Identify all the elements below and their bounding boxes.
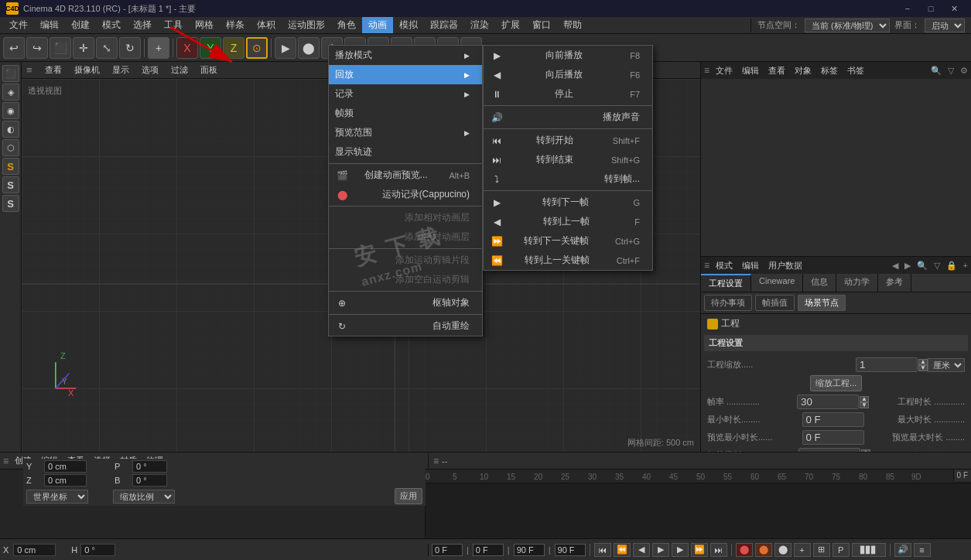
menu-edit[interactable]: 编辑 xyxy=(34,17,65,33)
attr-edit[interactable]: 编辑 xyxy=(739,259,762,272)
dd-next-key[interactable]: ⏩ 转到下一关键帧 Ctrl+G xyxy=(484,231,652,251)
tab-ref[interactable]: 参考 xyxy=(878,274,911,292)
h-input[interactable] xyxy=(80,544,115,556)
om-file[interactable]: 文件 xyxy=(713,64,736,77)
subtab-interp[interactable]: 帧插值 xyxy=(755,295,795,311)
play-btn[interactable]: ▶ xyxy=(652,543,669,557)
filter-icon[interactable]: ▽ xyxy=(948,66,954,76)
om-tag[interactable]: 标签 xyxy=(818,64,841,77)
rec-btn6[interactable]: P xyxy=(833,543,850,557)
prop-scale-input[interactable] xyxy=(856,357,918,372)
attr-filter-icon[interactable]: ▽ xyxy=(934,261,940,271)
apply-button[interactable]: 应用 xyxy=(395,488,422,504)
menu-window[interactable]: 窗口 xyxy=(526,17,557,33)
vt-display[interactable]: 摄像机 xyxy=(71,63,103,77)
dd-show-track[interactable]: 显示轨迹 xyxy=(329,142,482,162)
x-input[interactable] xyxy=(13,544,56,556)
om-object[interactable]: 对象 xyxy=(792,64,815,77)
render-view-button[interactable]: ⬤ xyxy=(298,37,320,59)
vt-camera[interactable]: 查看 xyxy=(42,63,65,77)
rec-btn3[interactable]: ⬤ xyxy=(774,543,792,557)
dd-prev-key[interactable]: ⏪ 转到上一关键帧 Ctrl+F xyxy=(484,251,652,270)
start-frame-input[interactable] xyxy=(432,544,463,556)
rec-btn7[interactable]: ▊▊▊ xyxy=(852,543,886,557)
mat-hamburger[interactable]: ≡ xyxy=(3,456,9,466)
dd-next-frame[interactable]: ▶ 转到下一帧 G xyxy=(484,193,652,212)
vt-show[interactable]: 显示 xyxy=(109,63,132,77)
attr-userdata[interactable]: 用户数据 xyxy=(765,259,805,272)
scale-button[interactable]: ⤡ xyxy=(96,37,118,59)
rec-btn1[interactable]: ⬤ xyxy=(736,543,753,557)
dd-prev-frame[interactable]: ◀ 转到上一帧 F xyxy=(484,212,652,231)
attr-mode[interactable]: 模式 xyxy=(713,259,736,272)
coord-system-select[interactable]: 世界坐标 xyxy=(26,490,88,504)
sidebar-icon-2[interactable]: ◈ xyxy=(2,84,19,101)
scale-unit-select[interactable]: 厘米 xyxy=(928,358,965,372)
move-button[interactable]: ✛ xyxy=(73,37,94,59)
end-frame-input[interactable] xyxy=(514,544,545,556)
om-bookmark[interactable]: 书签 xyxy=(844,64,867,77)
z-input[interactable] xyxy=(44,474,87,487)
undo-button[interactable]: ↩ xyxy=(3,37,25,59)
rec-btn5[interactable]: ⊞ xyxy=(813,543,830,557)
menu-help[interactable]: 帮助 xyxy=(557,17,588,33)
prop-lod-input[interactable] xyxy=(798,448,860,452)
prop-mintime-input[interactable] xyxy=(802,412,864,427)
sidebar-icon-5[interactable]: ⬡ xyxy=(2,139,19,156)
prev-key-btn[interactable]: ⏪ xyxy=(614,543,631,557)
dd-playmode[interactable]: 播放模式 xyxy=(329,46,482,65)
b-input[interactable] xyxy=(132,474,167,487)
menu-track[interactable]: 跟踪器 xyxy=(424,17,464,33)
rec-btn4[interactable]: + xyxy=(794,543,811,557)
attr-add-icon[interactable]: + xyxy=(963,261,968,270)
maximize-button[interactable]: □ xyxy=(920,1,942,16)
dd-play-fwd[interactable]: ▶ 向前播放 F8 xyxy=(484,46,652,65)
dd-create-preview[interactable]: 🎬 创建动画预览... Alt+B xyxy=(329,166,482,185)
dd-pivot[interactable]: ⊕ 枢轴对象 xyxy=(329,293,482,312)
attr-search-icon[interactable]: 🔍 xyxy=(917,261,928,271)
sidebar-icon-s2[interactable]: S xyxy=(2,176,19,193)
preview-end-input[interactable] xyxy=(555,544,586,556)
live-select-button[interactable]: ⬛ xyxy=(50,37,71,59)
hamburger-icon[interactable]: ≡ xyxy=(26,64,32,76)
sound-btn[interactable]: 🔊 xyxy=(894,543,911,557)
attr-nav-fwd[interactable]: ▶ xyxy=(904,261,911,271)
prop-previewmin-input[interactable] xyxy=(802,430,864,445)
scale-dn-btn[interactable]: ▼ xyxy=(918,365,928,371)
dd-play-bwd[interactable]: ◀ 向后播放 F6 xyxy=(484,65,652,84)
vt-option[interactable]: 选项 xyxy=(138,63,162,77)
tab-cineware[interactable]: Cineware xyxy=(751,274,803,292)
subtab-scene[interactable]: 场景节点 xyxy=(798,295,846,311)
dd-goto-start[interactable]: ⏮ 转到开始 Shift+F xyxy=(484,131,652,150)
menu-render[interactable]: 渲染 xyxy=(464,17,495,33)
dd-motion-record[interactable]: ⬤ 运动记录(Cappucino) xyxy=(329,185,482,204)
rotate-button[interactable]: ↻ xyxy=(119,37,141,59)
menu-volume[interactable]: 体积 xyxy=(251,17,282,33)
lod-up-btn[interactable]: ▲ xyxy=(861,449,870,452)
attr-hamburger[interactable]: ≡ xyxy=(704,260,709,271)
y-input[interactable] xyxy=(44,460,87,473)
menu-mode[interactable]: 模式 xyxy=(96,17,127,33)
om-edit[interactable]: 编辑 xyxy=(739,64,762,77)
menu-select[interactable]: 选择 xyxy=(127,17,158,33)
menu-mograph[interactable]: 运动图形 xyxy=(282,17,331,33)
dd-auto-redraw[interactable]: ↻ 自动重绘 xyxy=(329,316,482,336)
tab-info[interactable]: 信息 xyxy=(803,274,836,292)
lod-spinner[interactable]: ▲ ▼ xyxy=(861,449,870,452)
goto-start-btn[interactable]: ⏮ xyxy=(594,543,611,557)
attr-lock-icon[interactable]: 🔒 xyxy=(946,261,957,271)
sidebar-icon-4[interactable]: ◐ xyxy=(2,121,19,138)
tab-dynamics[interactable]: 动力学 xyxy=(836,274,878,292)
dd-stop[interactable]: ⏸ 停止 F7 xyxy=(484,84,652,104)
fps-dn-btn[interactable]: ▼ xyxy=(860,402,869,408)
next-frame-btn[interactable]: ▶ xyxy=(672,543,689,557)
nodespace-dropdown[interactable]: 当前 (标准/物理) xyxy=(805,19,890,32)
current-frame-input[interactable] xyxy=(473,544,504,556)
dd-goto-frame[interactable]: ⤵ 转到帧... xyxy=(484,169,652,189)
menu-file[interactable]: 文件 xyxy=(3,17,34,33)
om-view[interactable]: 查看 xyxy=(765,64,788,77)
fps-spinner[interactable]: ▲ ▼ xyxy=(860,396,869,408)
interface-dropdown[interactable]: 启动 xyxy=(925,19,965,32)
rec-btn2[interactable]: ⬤ xyxy=(755,543,772,557)
prop-fps-input[interactable] xyxy=(797,394,859,409)
